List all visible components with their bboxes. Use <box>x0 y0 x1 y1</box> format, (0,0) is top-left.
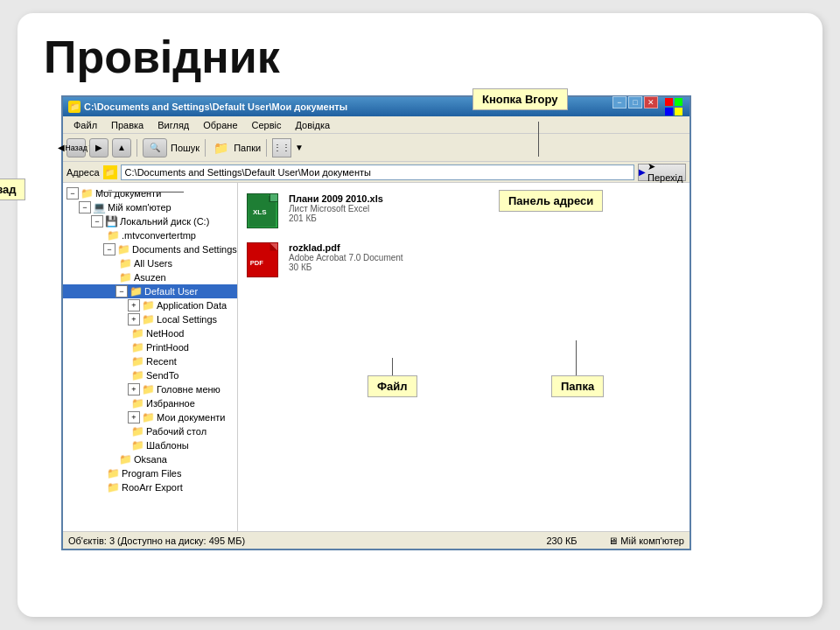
menu-service[interactable]: Сервіс <box>245 119 289 131</box>
title-bar-buttons: − □ ✕ <box>612 96 684 117</box>
file-item-excel[interactable]: XLS Плани 2009 2010.xls Лист Microsoft E… <box>245 190 682 232</box>
folder-icon-my-documents: 📁 <box>142 411 155 424</box>
callout-back-button: Кнопка Назад <box>0 178 25 200</box>
search-toolbar-btn[interactable]: 🔍 <box>143 138 167 158</box>
tree-item-local-disk[interactable]: − 💾 Локальний диск (C:) <box>63 214 237 228</box>
status-right: 🖥 Мій комп'ютер <box>597 536 684 546</box>
tree-item-templates[interactable]: 📁 Шаблоны <box>63 438 237 452</box>
expand-default-user[interactable]: − <box>116 285 128 298</box>
sep2 <box>205 139 206 157</box>
tree-item-startmenu[interactable]: + 📁 Головне меню <box>63 382 237 396</box>
status-mid: 230 КБ <box>527 536 597 546</box>
tree-item-docs-settings[interactable]: − 📁 Documents and Settings <box>63 242 237 256</box>
search-label: Пошук <box>171 143 200 153</box>
slide-container: Провідник 📁 C:\Documents and Settings\De… <box>18 13 822 617</box>
back-button[interactable]: ◀ Назад ▼ <box>66 138 86 158</box>
expand-local-disk[interactable]: − <box>91 215 103 228</box>
folder-icon-all-users: 📁 <box>119 257 132 270</box>
tree-item-my-computer[interactable]: − 💻 Мій комп'ютер <box>63 200 237 214</box>
up-button[interactable]: ▲ <box>112 138 131 158</box>
tree-item-my-documents[interactable]: + 📁 Мои документи <box>63 410 237 424</box>
tree-item-rooarr[interactable]: 📁 RooArr Export <box>63 480 237 494</box>
expand-docs-settings[interactable]: − <box>103 243 116 256</box>
close-button[interactable]: ✕ <box>644 96 658 108</box>
callout-file-line <box>392 358 393 375</box>
menu-view[interactable]: Вигляд <box>150 119 196 131</box>
folders-label: Папки <box>234 143 261 153</box>
sep1 <box>136 139 137 157</box>
svg-rect-3 <box>675 108 682 116</box>
file-info-excel: Плани 2009 2010.xls Лист Microsoft Excel… <box>289 193 681 223</box>
address-label: Адреса <box>66 167 100 178</box>
expand-local-settings[interactable]: + <box>128 313 140 326</box>
tree-item-desktop[interactable]: 📁 Рабочий стол <box>63 424 237 438</box>
tree-item-local-settings[interactable]: + 📁 Local Settings <box>63 312 237 326</box>
file-panel: XLS Плани 2009 2010.xls Лист Microsoft E… <box>238 183 690 531</box>
go-button[interactable]: ▶ ➤ Перехід <box>638 164 686 181</box>
view-dropdown[interactable]: ▼ <box>295 143 304 152</box>
address-input[interactable] <box>121 164 634 180</box>
sep3 <box>266 139 267 157</box>
tree-item-oksana[interactable]: 📁 Oksana <box>63 452 237 466</box>
tree-item-printhood[interactable]: 📁 PrintHood <box>63 340 237 354</box>
callout-folder: Папка <box>551 375 604 397</box>
status-bar: Об'єктів: 3 (Доступно на диску: 495 МБ) … <box>63 531 690 549</box>
folder-icon-mtv: 📁 <box>107 229 120 242</box>
folders-btn[interactable]: 📁 <box>211 138 230 158</box>
pdf-file-name: rozklad.pdf <box>289 242 681 253</box>
callout-file: Файл <box>368 375 417 397</box>
main-area: − 📁 Мої документи − 💻 Мій комп'ютер − 💾 <box>63 183 690 531</box>
expand-startmenu[interactable]: + <box>128 383 140 396</box>
excel-file-size: 201 КБ <box>289 214 681 223</box>
folder-icon-local-settings: 📁 <box>142 313 155 326</box>
view-button[interactable]: ⋮⋮ <box>272 138 291 158</box>
callout-up-button: Кнопка Вгору <box>472 88 568 110</box>
tree-item-default-user[interactable]: − 📁 Default User <box>63 284 237 298</box>
tree-item-asuzen[interactable]: 📁 Asuzen <box>63 270 237 284</box>
svg-marker-5 <box>269 195 276 202</box>
tree-panel: − 📁 Мої документи − 💻 Мій комп'ютер − 💾 <box>63 183 238 531</box>
windows-logo <box>663 96 684 117</box>
toolbar: ◀ Назад ▼ ▶ ▲ 🔍 Пошук 📁 Папки <box>63 134 690 162</box>
tree-item-program-files[interactable]: 📁 Program Files <box>63 466 237 480</box>
tree-item-recent[interactable]: 📁 Recent <box>63 354 237 368</box>
pdf-icon: PDF <box>247 242 278 277</box>
tree-item-app-data[interactable]: + 📁 Application Data <box>63 298 237 312</box>
tree-item-favorites[interactable]: 📁 Избранное <box>63 396 237 410</box>
maximize-button[interactable]: □ <box>628 96 642 108</box>
minimize-button[interactable]: − <box>612 96 626 108</box>
tree-item-my-docs[interactable]: − 📁 Мої документи <box>63 186 237 200</box>
folder-icon-printhood: 📁 <box>131 341 144 354</box>
folder-icon-nethood: 📁 <box>131 327 144 340</box>
menu-favorites[interactable]: Обране <box>196 119 244 131</box>
menu-file[interactable]: Файл <box>66 119 104 131</box>
folder-icon-app-data: 📁 <box>142 299 155 312</box>
folder-icon-my-docs: 📁 <box>80 187 94 200</box>
expand-my-documents[interactable]: + <box>128 411 140 424</box>
menu-edit[interactable]: Правка <box>104 119 150 131</box>
folder-icon-rooarr: 📁 <box>107 481 120 494</box>
folder-icon-default-user: 📁 <box>130 285 143 298</box>
tree-item-mtv[interactable]: 📁 .mtvconvertertmp <box>63 228 237 242</box>
file-item-pdf[interactable]: PDF rozklad.pdf Adobe Acrobat 7.0 Docume… <box>245 239 682 281</box>
expand-my-computer[interactable]: − <box>79 201 91 214</box>
pdf-file-type: Adobe Acrobat 7.0 Document <box>289 253 681 262</box>
folder-icon-oksana: 📁 <box>119 453 132 466</box>
svg-text:XLS: XLS <box>253 208 267 216</box>
menu-help[interactable]: Довідка <box>289 119 338 131</box>
expand-my-docs[interactable]: − <box>66 187 79 200</box>
tree-item-sendto[interactable]: 📁 SendTo <box>63 368 237 382</box>
excel-icon: XLS <box>247 193 278 228</box>
callout-back-line <box>96 192 184 192</box>
svg-rect-1 <box>675 98 682 106</box>
folder-icon-docs-settings: 📁 <box>117 243 130 256</box>
menu-bar: Файл Правка Вигляд Обране Сервіс Довідка <box>63 116 690 134</box>
pdf-file-size: 30 КБ <box>289 262 681 272</box>
forward-button[interactable]: ▶ <box>89 138 108 158</box>
expand-app-data[interactable]: + <box>128 299 140 312</box>
tree-item-nethood[interactable]: 📁 NetHood <box>63 326 237 340</box>
address-bar: Адреса 📁 C:\Documents and Settings\Defau… <box>63 162 690 183</box>
tree-item-all-users[interactable]: 📁 All Users <box>63 256 237 270</box>
excel-icon-container: XLS <box>247 193 282 228</box>
svg-marker-6 <box>269 195 276 202</box>
